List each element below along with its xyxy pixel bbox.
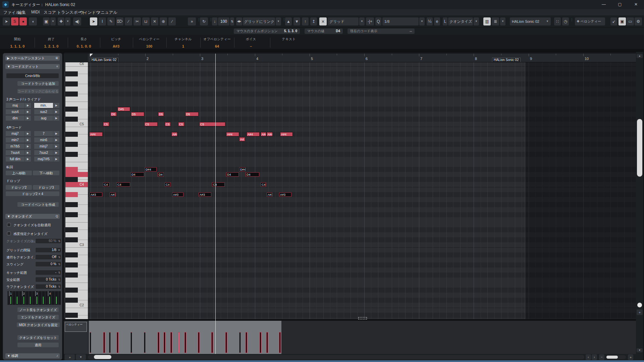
tetrad-minj7-arrow-icon[interactable]: ▶ — [53, 143, 60, 149]
scroll-left-icon[interactable]: ‹ — [586, 354, 591, 360]
midi-note-A#3[interactable]: A#3 — [90, 192, 102, 197]
record-button[interactable]: ● — [19, 17, 27, 25]
tetrad-7sus4-arrow-icon[interactable]: ▶ — [24, 150, 31, 156]
scroll-right-icon[interactable]: › — [592, 354, 597, 360]
tetrad-full dim-arrow-icon[interactable]: ▶ — [24, 156, 31, 162]
tetrad-minj7[interactable]: minj7 — [34, 143, 53, 149]
clock-icon[interactable]: ◷ — [562, 17, 569, 25]
midi-note-A#3[interactable]: A#3 — [267, 192, 272, 197]
quantize-preset-dropdown[interactable]: ▼ — [419, 17, 425, 25]
hzoom-in-button[interactable]: ＋ — [628, 354, 633, 360]
move-top-icon[interactable]: ↥ — [310, 17, 317, 25]
triad-dim[interactable]: dim — [5, 115, 25, 121]
tetrad-min6[interactable]: min6 — [34, 137, 53, 143]
velocity-bar[interactable] — [109, 332, 111, 353]
vscroll-thumb[interactable] — [637, 119, 642, 177]
black-key-D#5[interactable] — [65, 107, 78, 112]
drop3-button[interactable]: ドロップ3 — [33, 185, 60, 190]
tetrad-7-arrow-icon[interactable]: ▶ — [53, 131, 60, 136]
menu-item-4[interactable]: スコア — [44, 10, 56, 15]
midi-note-A#3[interactable]: A#3 — [110, 192, 116, 197]
midi-note-C5[interactable]: C5 — [103, 122, 109, 126]
triad-min.-arrow-icon[interactable]: ▶ — [53, 103, 60, 108]
midi-note-A#3[interactable]: A#3 — [199, 192, 211, 197]
create-chord-event-button[interactable]: コードイベントを作成 — [17, 202, 59, 207]
pressed-black-key-A#3[interactable] — [65, 192, 78, 197]
velocity-bar[interactable] — [246, 332, 247, 353]
velocity-bar[interactable] — [266, 332, 268, 353]
pressed-black-key-D#4[interactable] — [65, 167, 78, 172]
draw-tool-icon[interactable]: ✎ — [107, 17, 115, 25]
maximize-button[interactable]: ▢ — [612, 0, 627, 9]
select-mode-icon[interactable]: ▣ — [43, 17, 50, 25]
tetrad-min7[interactable]: min7 — [5, 137, 25, 143]
tetrad-maj7/#5[interactable]: maj7/#5 — [34, 156, 53, 162]
erase-tool-icon[interactable]: ⌦ — [116, 17, 123, 25]
freeze-quantize-button[interactable]: MIDI クオンタイズを固定 — [16, 322, 60, 327]
velocity-bar[interactable] — [90, 332, 91, 353]
midi-note-A4[interactable]: A4 — [239, 137, 245, 141]
midi-note-C4[interactable]: C4 — [103, 182, 109, 187]
event-colors-button[interactable]: ❖ ベロシティー — [575, 17, 605, 25]
crosshair-dropdown[interactable]: ▼ — [65, 17, 70, 25]
snap-icon[interactable]: ⨯ — [319, 17, 327, 25]
move-down-icon[interactable]: ▼ — [293, 17, 300, 25]
section-chord-edit[interactable]: ▼ コードエディット≡ — [5, 64, 60, 69]
part-combo-dropdown[interactable]: ▼ — [546, 17, 549, 25]
move-up-icon[interactable]: ▲ — [285, 17, 292, 25]
info-field-value[interactable]: 1. 1. 1. 0 — [1, 44, 34, 48]
solo-button[interactable]: S — [11, 17, 18, 25]
velocity-bar[interactable] — [164, 332, 165, 353]
hzoom-out-button[interactable]: − — [599, 354, 604, 360]
black-key-C#4[interactable] — [65, 177, 78, 182]
scissors-tool-icon[interactable]: ✂ — [133, 17, 141, 25]
tetrad-min6-arrow-icon[interactable]: ▶ — [53, 137, 60, 143]
minimize-button[interactable]: — — [596, 0, 611, 9]
hscroll-thumb[interactable] — [94, 355, 111, 359]
feedback-icon[interactable]: ◖ — [29, 17, 37, 25]
tetrad-7[interactable]: 7 — [34, 131, 53, 136]
snap-type-combo[interactable]: グリッド — [328, 17, 359, 25]
triad-maj-arrow-icon[interactable]: ▶ — [24, 103, 31, 108]
triad-aug-arrow-icon[interactable]: ▶ — [53, 115, 60, 121]
tetrad-7sus4[interactable]: 7sus4 — [5, 150, 25, 156]
tetrad-maj7[interactable]: maj7 — [5, 131, 25, 136]
menu-item-3[interactable]: MIDI — [31, 10, 40, 14]
black-key-C#5[interactable] — [65, 117, 78, 122]
tetrad-maj7/#5-arrow-icon[interactable]: ▶ — [53, 156, 60, 162]
current-chord-display[interactable]: Cmin9/Bb — [6, 73, 59, 78]
split-tool-icon[interactable]: ∕ — [125, 17, 132, 25]
midi-note-A#3[interactable]: A#3 — [279, 192, 291, 197]
triad-min.[interactable]: min. — [34, 103, 53, 108]
part-bars-icon[interactable]: ▥ — [483, 17, 491, 25]
scroll-up-icon[interactable]: ▲ — [637, 54, 643, 58]
mute-tool-icon[interactable]: ✕ — [151, 17, 158, 25]
horizontal-scrollbar[interactable]: ＋ ▼ ‹ › − ＋ — [64, 354, 643, 360]
info-field-value[interactable]: 1. 2. 1. 0 — [35, 44, 68, 48]
tetrad-full dim[interactable]: full dim — [5, 156, 25, 162]
pressed-key-C4[interactable] — [65, 182, 88, 187]
add-lane-button[interactable]: ＋ — [65, 354, 75, 360]
midi-note-D4[interactable]: D4 — [226, 172, 239, 177]
part-edit-dropdown[interactable]: ▼ — [500, 17, 505, 25]
safe-range-field[interactable]: 0 Ticks⇅ — [35, 277, 61, 282]
apply-quantize-button[interactable]: 適用 — [17, 342, 59, 348]
quantize-lengths-button[interactable]: ノート長をクオンタイズ — [17, 307, 59, 312]
black-key-G#4[interactable] — [65, 142, 78, 147]
scroll-down-icon[interactable]: ▼ — [637, 348, 643, 352]
window-layout-icon[interactable]: ▣ — [619, 17, 626, 25]
menu-item-7[interactable]: マニュアル — [97, 10, 117, 15]
velocity-bar[interactable] — [158, 332, 159, 353]
midi-note-D4[interactable]: D4 — [246, 172, 259, 177]
tetrad-7sus2[interactable]: 7sus2 — [34, 150, 53, 156]
triad-sus2[interactable]: sus2 — [34, 109, 53, 115]
midi-note-C5[interactable]: C5 — [165, 122, 171, 126]
triad-aug[interactable]: aug — [34, 115, 53, 121]
window-layout2-icon[interactable]: ▭ — [627, 17, 634, 25]
midi-note-C4[interactable]: C4 — [116, 182, 130, 187]
eq-icon[interactable]: e — [434, 17, 440, 25]
triad-sus4[interactable]: sus4 — [5, 109, 25, 115]
velocity-bar[interactable] — [260, 332, 261, 353]
triad-sus4-arrow-icon[interactable]: ▶ — [24, 109, 31, 115]
triad-sus2-arrow-icon[interactable]: ▶ — [53, 109, 60, 115]
